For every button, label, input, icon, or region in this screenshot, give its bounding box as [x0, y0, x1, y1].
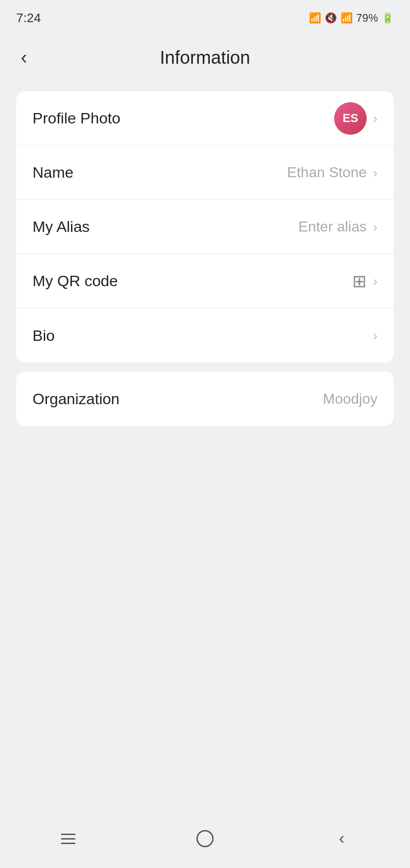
- bluetooth-icon: 📶: [309, 12, 321, 24]
- organization-right: Moodjoy: [323, 391, 377, 407]
- profile-photo-label: Profile Photo: [33, 109, 121, 127]
- organization-card: Organization Moodjoy: [16, 372, 394, 426]
- bio-right: ›: [373, 328, 377, 343]
- battery-icon: 🔋: [382, 12, 394, 24]
- mute-icon: 🔇: [325, 12, 337, 24]
- battery-text: 79%: [356, 12, 378, 24]
- organization-row[interactable]: Organization Moodjoy: [16, 372, 394, 426]
- alias-value: Enter alias: [298, 218, 367, 235]
- organization-value: Moodjoy: [323, 391, 377, 407]
- alias-row[interactable]: My Alias Enter alias ›: [16, 200, 394, 254]
- qr-code-row[interactable]: My QR code ⊞ ›: [16, 254, 394, 308]
- home-circle-icon: [196, 830, 214, 847]
- wifi-icon: 📶: [340, 12, 353, 24]
- alias-label: My Alias: [33, 218, 90, 236]
- nav-back-icon: ‹: [339, 829, 345, 848]
- status-bar: 7:24 📶 🔇 📶 79% 🔋: [0, 0, 410, 33]
- qr-code-label: My QR code: [33, 272, 118, 290]
- nav-back-button[interactable]: ‹: [324, 825, 360, 852]
- back-button[interactable]: ‹: [16, 42, 32, 73]
- bio-row[interactable]: Bio ›: [16, 308, 394, 363]
- alias-right: Enter alias ›: [298, 218, 377, 235]
- status-icons: 📶 🔇 📶 79% 🔋: [309, 12, 394, 24]
- nav-home-button[interactable]: [187, 825, 223, 852]
- chevron-icon: ›: [373, 274, 377, 289]
- main-card: Profile Photo ES › Name Ethan Stone › My…: [16, 91, 394, 363]
- qr-icon: ⊞: [352, 271, 367, 291]
- name-right: Ethan Stone ›: [287, 164, 377, 181]
- avatar-initials: ES: [343, 111, 359, 125]
- nav-menu-button[interactable]: [50, 825, 86, 852]
- menu-lines-icon: [61, 834, 75, 844]
- name-value: Ethan Stone: [287, 164, 367, 181]
- profile-photo-right: ES ›: [334, 102, 377, 135]
- chevron-icon: ›: [373, 328, 377, 343]
- profile-photo-row[interactable]: Profile Photo ES ›: [16, 91, 394, 146]
- chevron-icon: ›: [373, 219, 377, 235]
- status-time: 7:24: [16, 11, 41, 25]
- avatar: ES: [334, 102, 367, 135]
- page-header: ‹ Information: [0, 33, 410, 82]
- page-title: Information: [160, 47, 250, 68]
- chevron-icon: ›: [373, 111, 377, 126]
- name-label: Name: [33, 164, 74, 181]
- organization-label: Organization: [33, 390, 120, 408]
- bio-label: Bio: [33, 327, 55, 344]
- bottom-nav: ‹: [0, 818, 410, 868]
- chevron-icon: ›: [373, 165, 377, 180]
- qr-code-right: ⊞ ›: [352, 271, 377, 291]
- name-row[interactable]: Name Ethan Stone ›: [16, 146, 394, 200]
